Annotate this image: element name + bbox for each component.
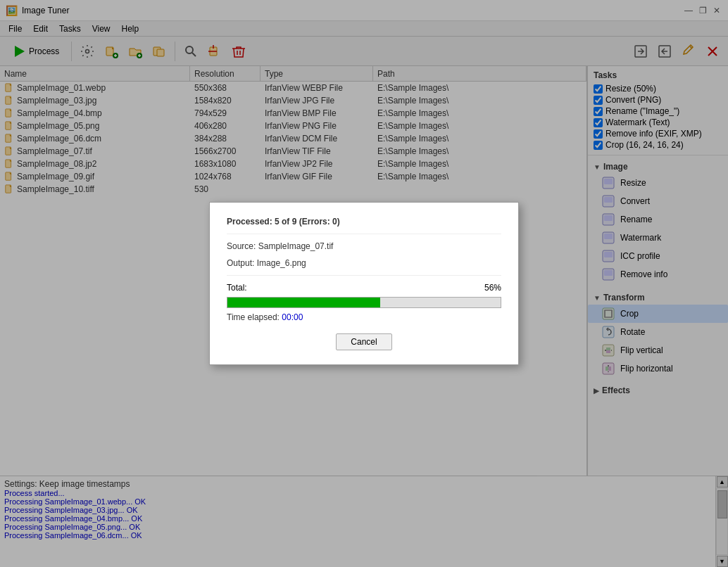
modal-overlay: Processed: 5 of 9 (Errors: 0) Source: Sa…: [0, 0, 728, 567]
output-label: Output:: [227, 258, 254, 268]
total-label: Total:: [227, 283, 247, 293]
progress-dialog: Processed: 5 of 9 (Errors: 0) Source: Sa…: [209, 202, 519, 365]
time-value: 00:00: [282, 312, 303, 322]
source-value: SampleImage_07.tif: [258, 241, 334, 251]
modal-source-row: Source: SampleImage_07.tif: [227, 241, 501, 251]
progress-row: Total: 56%: [227, 283, 501, 293]
progress-title: Processed: 5 of 9 (Errors: 0): [227, 217, 501, 227]
total-percent: 56%: [484, 283, 501, 293]
modal-divider-1: [227, 234, 501, 234]
progress-bar-container: [227, 297, 501, 308]
cancel-button[interactable]: Cancel: [336, 333, 391, 350]
source-label: Source:: [227, 241, 256, 251]
output-value: Image_6.png: [257, 258, 306, 268]
modal-divider-2: [227, 275, 501, 276]
time-label: Time elapsed:: [227, 312, 280, 322]
modal-footer: Cancel: [227, 333, 501, 350]
time-row: Time elapsed: 00:00: [227, 312, 501, 322]
progress-bar-fill: [227, 298, 380, 307]
modal-output-row: Output: Image_6.png: [227, 258, 501, 268]
